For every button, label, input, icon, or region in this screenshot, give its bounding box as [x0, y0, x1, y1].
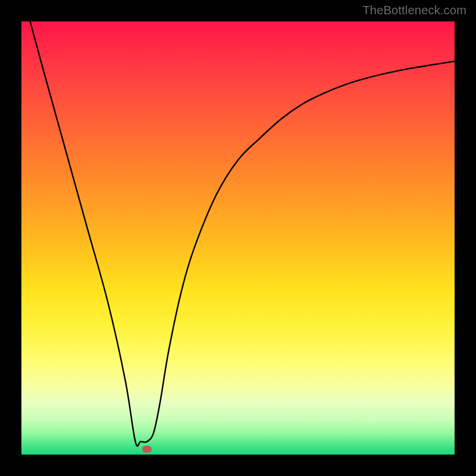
plot-area: [21, 21, 455, 455]
bottleneck-curve: [21, 21, 455, 455]
chart-frame: TheBottleneck.com: [0, 0, 476, 476]
watermark-text: TheBottleneck.com: [362, 4, 466, 17]
optimum-marker: [142, 446, 152, 453]
